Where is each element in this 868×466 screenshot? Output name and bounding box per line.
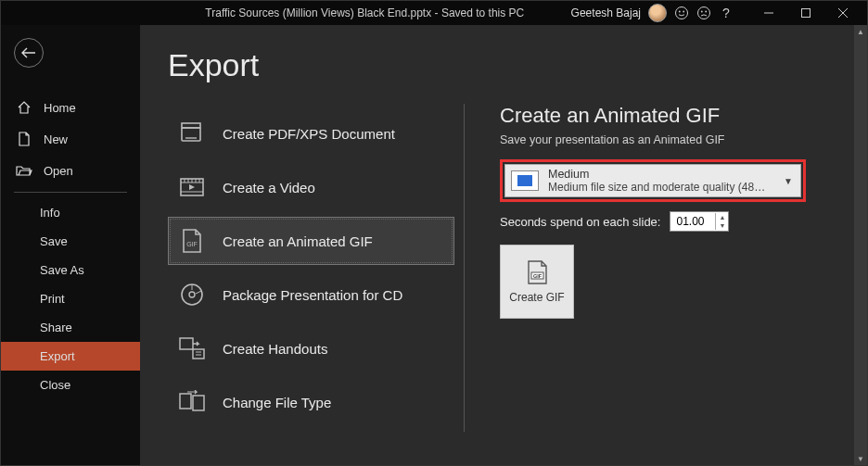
home-icon [16,99,32,116]
close-button[interactable] [824,1,862,25]
sidebar-item-export[interactable]: Export [1,342,140,371]
vertical-scrollbar[interactable]: ▲ ▼ [854,25,867,465]
svg-rect-26 [180,338,193,349]
back-button[interactable] [14,38,44,68]
export-option-label: Change File Type [223,395,331,410]
filename: Traffic Sources (Million Views) Black En… [205,6,431,19]
sidebar-item-save[interactable]: Save [1,227,140,256]
sidebar-item-label: Open [44,164,73,178]
video-icon [178,173,206,201]
quality-desc: Medium file size and moderate quality (4… [548,181,771,194]
new-file-icon [16,131,32,147]
create-gif-label: Create GIF [509,291,564,304]
svg-line-25 [196,291,201,294]
svg-point-5 [705,11,707,13]
sidebar-item-home[interactable]: Home [1,92,140,123]
sidebar-item-print[interactable]: Print [1,284,140,313]
svg-point-2 [683,11,684,13]
sidebar-item-open[interactable]: Open [1,155,140,186]
page-title: Export [140,25,854,104]
export-option-label: Create Handouts [223,341,327,357]
detail-title: Create an Animated GIF [500,104,854,128]
window-title: Traffic Sources (Million Views) Black En… [1,6,571,19]
main-panel: Export Create PDF/XPS Document Create a … [140,25,854,465]
maximize-button[interactable] [787,1,824,25]
svg-rect-10 [182,128,200,141]
sidebar-item-save-as[interactable]: Save As [1,256,140,284]
export-option-video[interactable]: Create a Video [168,163,454,211]
export-option-package[interactable]: Package Presentation for CD [168,271,454,319]
feedback-smile-icon[interactable] [674,6,689,20]
account-name[interactable]: Geetesh Bajaj [571,6,641,19]
seconds-label: Seconds spend on each slide: [500,215,660,229]
quality-dropdown[interactable]: Medium Medium file size and moderate qua… [504,164,801,197]
svg-rect-11 [182,123,200,128]
feedback-frown-icon[interactable] [696,6,711,20]
svg-text:GIF: GIF [533,273,542,279]
sidebar-item-label: New [44,132,68,146]
export-option-change-type[interactable]: Change File Type [168,378,454,426]
help-icon[interactable]: ? [719,6,734,20]
sidebar-item-label: Home [44,101,76,115]
quality-thumb-icon [511,170,539,191]
seconds-value[interactable] [670,215,715,228]
minimize-button[interactable] [750,1,787,25]
title-bar: Traffic Sources (Million Views) Black En… [1,1,867,25]
svg-point-4 [701,11,703,13]
sidebar-item-close[interactable]: Close [1,371,140,399]
quality-highlight: Medium Medium file size and moderate qua… [500,159,806,202]
open-folder-icon [16,162,32,179]
export-option-gif[interactable]: GIF Create an Animated GIF [168,217,454,265]
scroll-down-icon[interactable]: ▼ [854,452,867,465]
cd-icon [178,281,206,309]
svg-point-3 [698,7,710,19]
gif-export-icon: GIF [523,259,551,285]
svg-point-0 [676,7,688,19]
scroll-up-icon[interactable]: ▲ [854,25,867,38]
svg-rect-7 [802,9,811,18]
svg-rect-31 [193,396,204,410]
sidebar-separator [14,192,127,193]
spin-down-icon[interactable]: ▼ [716,221,728,230]
svg-rect-30 [180,394,191,409]
sidebar-item-info[interactable]: Info [1,198,140,227]
svg-point-23 [189,292,195,297]
spin-up-icon[interactable]: ▲ [716,213,728,221]
detail-subtitle: Save your presentation as an Animated GI… [500,133,854,146]
save-status: Saved to this PC [441,6,524,19]
export-option-label: Create an Animated GIF [223,233,373,249]
sidebar-item-new[interactable]: New [1,123,140,155]
dropdown-arrow-icon: ▼ [784,176,795,186]
export-option-label: Create PDF/XPS Document [223,126,395,142]
create-gif-button[interactable]: GIF Create GIF [500,245,574,319]
export-option-label: Package Presentation for CD [223,287,402,303]
seconds-input[interactable]: ▲ ▼ [670,211,729,232]
change-filetype-icon [178,388,206,416]
export-option-pdf[interactable]: Create PDF/XPS Document [168,109,454,157]
backstage-sidebar: Home New Open Info Save Save As Print Sh… [1,25,140,465]
sidebar-item-share[interactable]: Share [1,313,140,342]
export-option-label: Create a Video [223,180,315,195]
handouts-icon [178,334,206,362]
export-option-handouts[interactable]: Create Handouts [168,324,454,372]
quality-name: Medium [548,168,774,181]
gif-file-icon: GIF [178,227,206,255]
pdf-icon [178,120,206,147]
avatar[interactable] [648,4,667,22]
export-detail-panel: Create an Animated GIF Save your present… [465,104,854,432]
svg-text:GIF: GIF [186,241,198,247]
svg-rect-27 [193,349,204,359]
svg-point-1 [679,11,681,13]
export-options-list: Create PDF/XPS Document Create a Video G… [168,104,465,432]
